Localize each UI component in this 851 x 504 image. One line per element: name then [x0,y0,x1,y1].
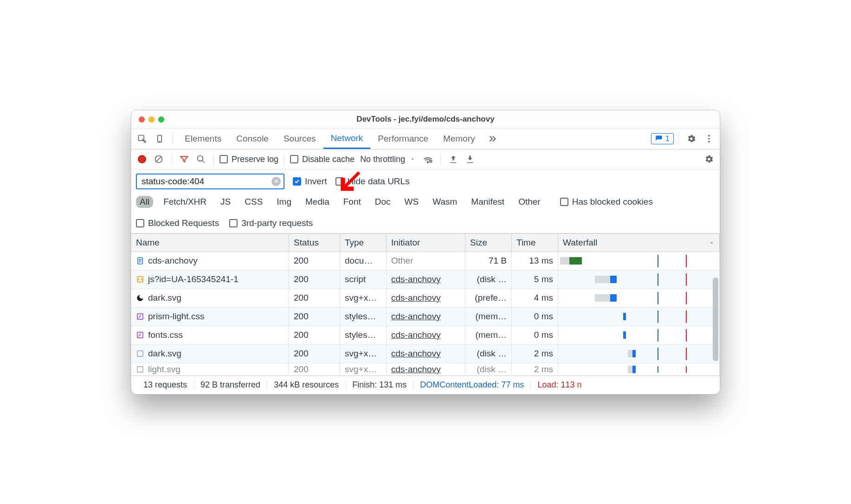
throttling-dropdown[interactable]: No throttling [357,155,418,164]
tab-elements[interactable]: Elements [177,129,229,149]
initiator-link[interactable]: cds-anchovy [391,311,441,321]
network-settings-gear-icon[interactable] [702,152,716,166]
type-manifest[interactable]: Manifest [467,196,508,208]
cell-time[interactable]: 2 ms [512,345,558,363]
more-tabs-icon[interactable] [484,131,500,147]
initiator-link[interactable]: cds-anchovy [391,274,441,284]
type-font[interactable]: Font [340,196,365,208]
issues-badge[interactable]: 1 [651,133,674,144]
preserve-log-checkbox[interactable]: Preserve log [219,155,278,164]
cell-type[interactable]: svg+x… [340,289,387,308]
filter-text-field[interactable] [141,176,271,187]
device-toggle-icon[interactable] [152,131,168,147]
cell-initiator[interactable]: cds-anchovy [387,308,465,326]
clear-filter-icon[interactable]: ✕ [271,177,281,186]
cell-waterfall[interactable] [558,289,720,308]
cell-size[interactable]: (mem… [465,308,512,326]
cell-size[interactable]: (mem… [465,326,512,345]
hide-data-urls-checkbox[interactable]: Hide data URLs [335,176,410,187]
cell-name[interactable]: fonts.css [131,326,289,345]
type-ws[interactable]: WS [401,196,423,208]
cell-status[interactable]: 200 [289,326,340,345]
col-status[interactable]: Status [289,233,340,252]
cell-time[interactable]: 13 ms [512,252,558,271]
cell-size[interactable]: (prefe… [465,289,512,308]
cell-name[interactable]: dark.svg [131,345,289,363]
type-js[interactable]: JS [217,196,234,208]
type-media[interactable]: Media [302,196,333,208]
record-button[interactable] [135,152,149,166]
col-name[interactable]: Name [131,233,289,252]
cell-size[interactable]: 71 B [465,252,512,271]
cell-initiator[interactable]: Other [387,252,465,271]
cell-waterfall[interactable] [558,345,720,363]
cell-time[interactable]: 2 ms [512,363,558,375]
kebab-menu-icon[interactable] [701,131,717,147]
disable-cache-checkbox[interactable]: Disable cache [290,155,355,164]
inspect-icon[interactable] [134,131,150,147]
initiator-link[interactable]: cds-anchovy [391,364,441,374]
cell-initiator[interactable]: cds-anchovy [387,363,465,375]
search-icon[interactable] [194,152,208,166]
cell-status[interactable]: 200 [289,252,340,271]
cell-status[interactable]: 200 [289,345,340,363]
type-wasm[interactable]: Wasm [429,196,461,208]
type-img[interactable]: Img [273,196,295,208]
type-css[interactable]: CSS [241,196,266,208]
cell-name[interactable]: light.svg [131,363,289,375]
settings-gear-icon[interactable] [683,131,699,147]
filter-input[interactable]: ✕ [136,174,284,189]
cell-type[interactable]: svg+x… [340,345,387,363]
type-all[interactable]: All [136,196,153,208]
cell-waterfall[interactable] [558,271,720,289]
blocked-requests-checkbox[interactable]: Blocked Requests [136,218,219,228]
initiator-link[interactable]: cds-anchovy [391,349,441,358]
cell-waterfall[interactable] [558,252,720,271]
cell-waterfall[interactable] [558,363,720,375]
cell-time[interactable]: 4 ms [512,289,558,308]
cell-waterfall[interactable] [558,326,720,345]
cell-status[interactable]: 200 [289,289,340,308]
download-har-icon[interactable] [463,152,477,166]
cell-size[interactable]: (disk … [465,363,512,375]
third-party-checkbox[interactable]: 3rd-party requests [229,218,313,228]
tab-console[interactable]: Console [229,129,276,149]
cell-initiator[interactable]: cds-anchovy [387,345,465,363]
tab-memory[interactable]: Memory [436,129,483,149]
cell-name[interactable]: dark.svg [131,289,289,308]
cell-status[interactable]: 200 [289,271,340,289]
cell-type[interactable]: styles… [340,308,387,326]
cell-status[interactable]: 200 [289,363,340,375]
type-other[interactable]: Other [515,196,544,208]
tab-performance[interactable]: Performance [370,129,436,149]
network-conditions-icon[interactable] [421,152,435,166]
col-size[interactable]: Size [465,233,512,252]
clear-button[interactable] [152,152,166,166]
col-waterfall[interactable]: Waterfall [558,233,720,252]
type-doc[interactable]: Doc [371,196,394,208]
col-type[interactable]: Type [340,233,387,252]
cell-status[interactable]: 200 [289,308,340,326]
cell-type[interactable]: svg+x… [340,363,387,375]
cell-type[interactable]: styles… [340,326,387,345]
type-fetch-xhr[interactable]: Fetch/XHR [160,196,210,208]
cell-time[interactable]: 5 ms [512,271,558,289]
cell-type[interactable]: script [340,271,387,289]
cell-initiator[interactable]: cds-anchovy [387,326,465,345]
upload-har-icon[interactable] [446,152,460,166]
cell-name[interactable]: prism-light.css [131,308,289,326]
cell-initiator[interactable]: cds-anchovy [387,271,465,289]
cell-time[interactable]: 0 ms [512,326,558,345]
initiator-link[interactable]: cds-anchovy [391,293,441,303]
cell-name[interactable]: js?id=UA-165345241-1 [131,271,289,289]
initiator-link[interactable]: cds-anchovy [391,330,441,340]
cell-time[interactable]: 0 ms [512,308,558,326]
cell-size[interactable]: (disk … [465,271,512,289]
filter-toggle-icon[interactable] [177,152,191,166]
cell-type[interactable]: docu… [340,252,387,271]
tab-network[interactable]: Network [323,129,371,149]
cell-size[interactable]: (disk … [465,345,512,363]
col-time[interactable]: Time [512,233,558,252]
cell-name[interactable]: cds-anchovy [131,252,289,271]
cell-waterfall[interactable] [558,308,720,326]
